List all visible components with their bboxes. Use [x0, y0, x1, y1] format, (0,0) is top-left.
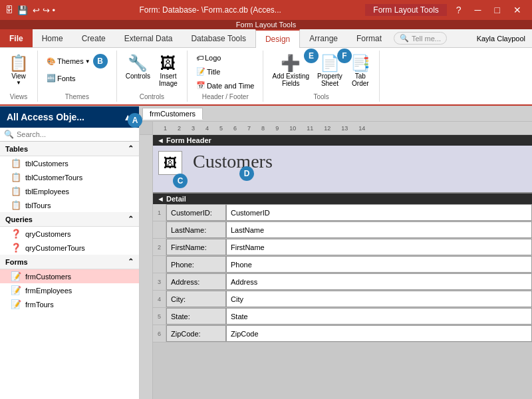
fonts-button[interactable]: 🔤 Fonts — [43, 72, 111, 84]
sidebar-item-label: frmTours — [25, 301, 54, 309]
tell-me-box[interactable]: 🔍 Tell me... — [394, 32, 447, 45]
field-lastname[interactable]: LastName — [226, 221, 532, 238]
title-ribbon-icon: 📝 — [196, 67, 205, 76]
add-existing-icon: ➕ — [281, 54, 301, 72]
ruler-mark: 6 — [233, 125, 237, 132]
sidebar-item-tblcustomers[interactable]: 📋 tblCustomers — [0, 156, 139, 170]
field-firstname[interactable]: FirstName — [226, 239, 532, 255]
field-label-city: City: — [166, 291, 226, 307]
field-label-address: Address: — [166, 273, 226, 290]
form-tab-frmcustomers[interactable]: frmCustomers — [142, 108, 203, 120]
tab-create[interactable]: Create — [72, 29, 115, 47]
sidebar-section-tables[interactable]: Tables ⌃ — [0, 142, 139, 156]
ruler-marks: 1 2 3 4 5 6 7 8 9 10 11 12 13 14 — [153, 125, 532, 132]
field-city[interactable]: City — [226, 291, 532, 307]
tab-home[interactable]: Home — [33, 29, 72, 47]
form-header-band[interactable]: ◄ Form Header — [153, 135, 532, 146]
field-label-customerid: CustomerID: — [166, 204, 226, 221]
tab-arrange[interactable]: Arrange — [300, 29, 347, 47]
tab-format[interactable]: Format — [347, 29, 391, 47]
view-button[interactable]: 📋 View ▼ — [5, 52, 32, 88]
minimize-button[interactable]: ─ — [469, 3, 487, 17]
sidebar-item-label: qryCustomerTours — [25, 244, 85, 252]
tab-database-tools[interactable]: Database Tools — [182, 29, 255, 47]
ruler-mark: 3 — [192, 125, 195, 132]
field-phone[interactable]: Phone — [226, 256, 532, 273]
row-num — [153, 256, 166, 273]
maximize-button[interactable]: □ — [489, 3, 505, 17]
ruler-mark: 2 — [178, 125, 181, 132]
field-label-firstname: FirstName: — [166, 239, 226, 255]
callout-c: C — [173, 174, 188, 188]
sidebar-item-frmemployees[interactable]: 📝 frmEmployees — [0, 283, 139, 297]
ruler-mark: 13 — [341, 125, 348, 132]
callout-d: D — [239, 166, 254, 181]
insert-image-icon: 🖼 — [160, 54, 176, 72]
sidebar-item-tblcustomertours[interactable]: 📋 tblCustomerTours — [0, 170, 139, 184]
sidebar-item-tbltours[interactable]: 📋 tblTours — [0, 198, 139, 212]
ribbon: Form Layout Tools File Home Create Exter… — [0, 20, 532, 106]
tab-external-data[interactable]: External Data — [115, 29, 182, 47]
datetime-button[interactable]: 📅 Date and Time — [193, 79, 258, 92]
tables-section-label: Tables — [5, 145, 28, 153]
add-existing-fields-button[interactable]: ➕ Add Existing Fields E — [269, 52, 313, 89]
logo-button[interactable]: 🏷 Logo — [193, 52, 258, 64]
form-tabs: frmCustomers — [140, 106, 532, 122]
view-dropdown-icon: ▼ — [16, 80, 21, 86]
forms-collapse-icon: ⌃ — [128, 257, 134, 266]
themes-button[interactable]: 🎨 Themes ▼ B — [43, 52, 111, 70]
ruler-mark: 4 — [205, 125, 209, 132]
insert-image-button[interactable]: 🖼 Insert Image — [155, 52, 182, 89]
form-detail-band[interactable]: ◄ Detail — [153, 194, 532, 204]
field-address[interactable]: Address — [226, 273, 532, 290]
ruler-mark: 14 — [358, 125, 365, 132]
app-icon: 🗄 — [5, 5, 13, 15]
ribbon-context-label: Form Layout Tools — [236, 21, 296, 29]
window-title: Form: Database- \Form.acc.db (Acces... — [59, 5, 361, 15]
help-button[interactable]: ? — [451, 3, 467, 17]
sidebar-section-queries[interactable]: Queries ⌃ — [0, 212, 139, 227]
row-num: 4 — [153, 291, 166, 307]
sidebar-search-input[interactable] — [17, 130, 135, 138]
title-button[interactable]: 📝 Title — [193, 65, 258, 78]
sidebar-item-tblemployees[interactable]: 📋 tblEmployees — [0, 184, 139, 198]
sidebar-item-label: tblCustomers — [25, 160, 68, 168]
table-icon: 📋 — [11, 172, 21, 182]
form-left-ruler — [140, 135, 153, 399]
sidebar-section-forms[interactable]: Forms ⌃ — [0, 255, 139, 269]
search-icon: 🔍 — [400, 34, 409, 43]
callout-b: B — [93, 54, 108, 68]
row-num: 3 — [153, 273, 166, 290]
field-zipcode[interactable]: ZipCode — [226, 325, 532, 342]
callout-a: A — [128, 113, 140, 128]
sidebar-item-qrycustomertours[interactable]: ❓ qryCustomerTours — [0, 241, 139, 255]
form-icon: 📝 — [11, 285, 21, 295]
header-footer-buttons: 🏷 Logo 📝 Title 📅 Date and Time — [193, 52, 258, 92]
sidebar-item-qrycustomers[interactable]: ❓ qryCustomers — [0, 227, 139, 241]
sidebar-item-label: frmCustomers — [25, 273, 71, 281]
property-sheet-button[interactable]: 📄 Property Sheet F — [314, 52, 346, 89]
sidebar-item-label: tblCustomerTours — [25, 174, 82, 182]
callout-f: F — [337, 49, 352, 63]
field-state[interactable]: State — [226, 308, 532, 325]
sidebar-item-frmtours[interactable]: 📝 frmTours — [0, 297, 139, 311]
query-icon: ❓ — [11, 229, 21, 239]
form-row: 4 City: City — [153, 291, 532, 308]
ruler-mark: 10 — [289, 125, 296, 132]
queries-section-label: Queries — [5, 215, 33, 223]
close-button[interactable]: ✕ — [508, 3, 527, 17]
ribbon-tab-bar: File Home Create External Data Database … — [0, 29, 532, 48]
tables-collapse-icon: ⌃ — [128, 144, 134, 153]
tab-file[interactable]: File — [0, 29, 33, 47]
form-icon: 📝 — [11, 299, 21, 309]
window-icon-bar: 💾 ↩ ↪ • — [17, 5, 55, 15]
sidebar-item-frmcustomers[interactable]: 📝 frmCustomers — [0, 269, 139, 283]
sidebar: All Access Obje... ▲ 🔍 Tables ⌃ 📋 tblCus… — [0, 106, 140, 399]
ribbon-group-themes: 🎨 Themes ▼ B 🔤 Fonts Themes — [38, 51, 117, 102]
controls-button[interactable]: 🔧 Controls — [122, 52, 154, 82]
ruler-mark: 11 — [307, 125, 313, 132]
field-customerid[interactable]: CustomerID — [226, 204, 532, 221]
ruler-mark: 12 — [324, 125, 331, 132]
header-footer-group-label: Header / Footer — [202, 93, 249, 100]
tab-design[interactable]: Design — [255, 29, 300, 48]
